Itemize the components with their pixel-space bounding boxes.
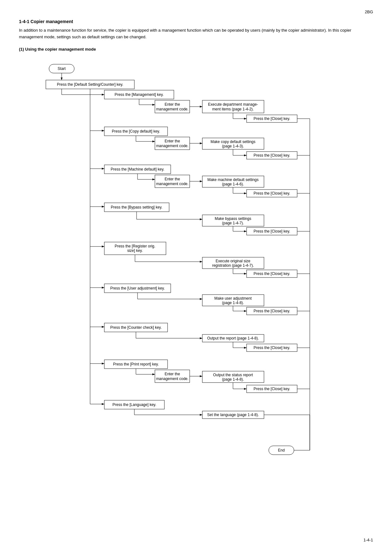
svg-text:Make copy default settings: Make copy default settings	[211, 140, 255, 144]
svg-text:Output the report (page 1-4-8): Output the report (page 1-4-8).	[207, 336, 259, 340]
svg-text:Press the [Copy default] key.: Press the [Copy default] key.	[112, 129, 160, 134]
svg-text:(page 1-4-3).: (page 1-4-3).	[222, 144, 244, 148]
svg-text:Execute original size: Execute original size	[216, 259, 250, 263]
svg-text:Press the [Close] key.: Press the [Close] key.	[254, 309, 290, 313]
svg-text:management code.: management code.	[156, 377, 189, 381]
svg-text:management code.: management code.	[156, 144, 189, 148]
intro-text: In addition to a maintenance function fo…	[19, 27, 373, 41]
svg-text:End: End	[278, 448, 285, 452]
svg-text:Press the [Management] key.: Press the [Management] key.	[114, 92, 163, 97]
svg-text:Make machine default settings: Make machine default settings	[207, 178, 259, 182]
svg-text:(page 1-4-6).: (page 1-4-6).	[222, 182, 244, 186]
svg-text:(page 1-4-7).: (page 1-4-7).	[222, 221, 244, 225]
svg-text:Start: Start	[58, 66, 66, 71]
page-number-top: 2BG	[365, 9, 373, 14]
svg-text:(page 1-4-8).: (page 1-4-8).	[222, 377, 244, 382]
svg-text:Enter the: Enter the	[165, 372, 180, 376]
page-number-bottom: 1-4-1	[364, 538, 373, 542]
svg-text:Press the [Close] key.: Press the [Close] key.	[254, 229, 290, 234]
svg-text:Execute department manage-: Execute department manage-	[208, 102, 258, 107]
svg-text:Press the [Close] key.: Press the [Close] key.	[254, 346, 290, 350]
section-heading: 1-4-1 Copier management	[19, 19, 373, 24]
svg-text:Set the language (page 1-4-8).: Set the language (page 1-4-8).	[207, 413, 259, 417]
svg-text:Make user adjustment: Make user adjustment	[214, 296, 252, 301]
svg-text:management code.: management code.	[156, 182, 189, 186]
svg-text:Press the [Print report] key.: Press the [Print report] key.	[113, 362, 159, 366]
svg-text:Press the [Close] key.: Press the [Close] key.	[254, 153, 290, 158]
svg-text:Press the [Close] key.: Press the [Close] key.	[254, 116, 290, 121]
svg-text:Press the [Close] key.: Press the [Close] key.	[254, 271, 290, 276]
svg-text:Enter the: Enter the	[165, 177, 180, 181]
svg-text:Press the [Close] key.: Press the [Close] key.	[254, 387, 290, 391]
svg-text:Press the [Default Setting/Cou: Press the [Default Setting/Counter] key.	[57, 82, 123, 87]
svg-text:Enter the: Enter the	[165, 102, 180, 107]
svg-text:registration (page 1-4-7).: registration (page 1-4-7).	[212, 263, 254, 268]
svg-text:ment items (page 1-4-2).: ment items (page 1-4-2).	[212, 107, 254, 111]
svg-text:Press the [Machine default] ke: Press the [Machine default] key.	[111, 167, 164, 171]
svg-text:Enter the: Enter the	[165, 139, 180, 143]
svg-text:Press the [User adjustment] ke: Press the [User adjustment] key.	[110, 286, 165, 290]
svg-text:Press the [Register orig.: Press the [Register orig.	[115, 244, 156, 248]
svg-text:management code.: management code.	[156, 107, 189, 111]
svg-text:Press the [Close] key.: Press the [Close] key.	[254, 191, 290, 196]
svg-text:(page 1-4-8).: (page 1-4-8).	[222, 301, 244, 305]
svg-text:Press the [Counter check] key.: Press the [Counter check] key.	[110, 325, 162, 330]
flowchart-diagram: Start Press the [Default Setting/Counter…	[19, 58, 367, 495]
svg-text:Press the [Bypass setting] key: Press the [Bypass setting] key.	[111, 205, 162, 209]
section-title: (1) Using the copier management mode	[19, 47, 373, 52]
svg-text:Make bypass settings: Make bypass settings	[215, 216, 251, 221]
svg-text:size] key.: size] key.	[127, 248, 143, 253]
svg-text:Press the [Language] key.: Press the [Language] key.	[113, 402, 156, 407]
svg-text:Output the status report: Output the status report	[213, 373, 253, 377]
